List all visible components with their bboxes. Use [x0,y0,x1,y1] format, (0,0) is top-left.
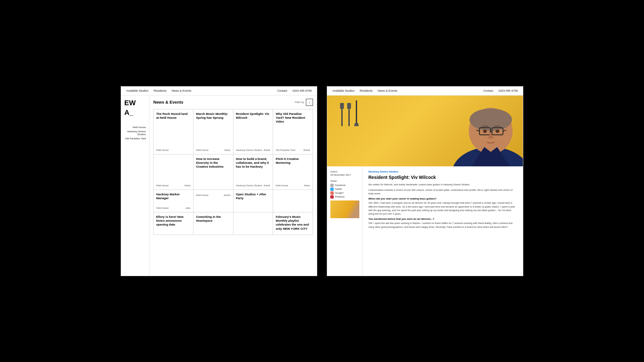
article-thumbnail [330,200,359,218]
svg-point-16 [496,130,499,133]
cell-location: Netil House [156,184,169,187]
grid-cell-1-4[interactable]: Why Old Paradise Yard? New Resident Vide… [273,109,313,154]
right-nav-phone: 0203 095 9758 [498,89,518,92]
svg-rect-1 [340,103,344,109]
cell-title: March Music Monthly: Spring has Sprung [196,112,231,147]
svg-rect-0 [341,107,343,126]
grid-cell-2-4[interactable]: Pitch It Creative Mentoring Netil House … [273,154,313,190]
svg-point-9 [469,108,512,131]
right-nav-news-events[interactable]: News & Events [378,89,397,92]
share-pinterest[interactable]: p Pinterest [330,195,359,199]
grid-cell-3-4[interactable] [273,190,313,212]
article-meta-sidebar: Added 29 November 2017 Share f Facebook … [327,166,363,276]
grid-cell-4-1[interactable]: Ellory is here! New bistro announces ope… [154,212,194,235]
article-text-area: Hackney Downs Studios Resident Spotlight… [363,166,523,276]
cell-type: Article [263,149,270,152]
share-label: Share [330,180,359,182]
cell-location: Netil House [196,149,209,152]
google-plus-icon: g+ [330,191,334,195]
news-grid: The Rock Hound land at Netil House Netil… [153,109,313,235]
portrait-background [327,96,523,166]
hammer-icon-1 [340,100,344,126]
main-content: News & Events Filter by ↓ The Rock Hound… [149,96,317,276]
cell-location: Netil House [156,149,169,152]
tools-decoration [340,100,359,126]
cell-type: News [224,149,231,152]
grid-cell-1-3[interactable]: Resident Spotlight: Viv Wilcock Hackney … [233,109,273,154]
nav-available-studios[interactable]: Available Studios [126,89,148,92]
right-nav-contact[interactable]: Contact [483,89,493,92]
article-para-3: VW: Well, I had been a designer and an a… [368,201,517,216]
grid-cell-4-4[interactable]: February's Music Monthly playlist celebr… [273,212,313,235]
grid-cell-2-3[interactable]: How to build a brand, collaborate, and w… [233,154,273,190]
cell-title: How to build a brand, collaborate, and w… [236,157,270,183]
cell-type: Article [224,194,231,197]
hero-image [327,96,523,166]
sidebar-link-paradise[interactable]: Old Paradise Yard [124,137,146,140]
nav-contact[interactable]: Contact [277,89,287,92]
cell-location: Hackney Downs Studios [236,149,262,152]
right-nav-bar: Available Studios Residents News & Event… [327,87,523,96]
article-subheading-2: You mentioned before that you were an ar… [368,218,517,220]
hammer-icon-2 [347,100,351,126]
share-google-plus[interactable]: g+ Google+ [330,191,359,195]
grid-cell-2-2[interactable]: How to Increase Diversity in the Creativ… [194,154,233,190]
cell-meta: Netil House Article [196,194,231,197]
grid-cell-3-1[interactable]: Hackney Market Manager Netil House Jobs [154,190,194,212]
sidebar-links: Netil House Hackney Downs Studios Old Pa… [124,126,146,140]
grid-cell-1-2[interactable]: March Music Monthly: Spring has Sprung N… [194,109,233,154]
cell-type: Jobs [185,207,191,209]
article-title: Resident Spotlight: Viv Wilcock [368,174,517,180]
cell-location: Netil House [156,207,169,209]
left-sidebar: EW A_ Netil House Hackney Downs Studios … [121,96,149,276]
share-twitter[interactable]: t Twitter [330,188,359,191]
twitter-icon: t [330,188,334,191]
grid-cell-4-3[interactable] [233,212,273,235]
right-nav-right: Contact 0203 095 9758 [483,89,518,92]
svg-rect-4 [356,100,357,123]
left-nav-links: Available Studios Residents News & Event… [126,89,191,92]
added-label: Added 29 November 2017 [330,170,359,176]
left-nav-bar: Available Studios Residents News & Event… [121,87,317,96]
cell-meta: Netil House News [276,184,310,187]
filter-arrow-icon: ↓ [309,100,310,104]
grid-cell-3-3[interactable]: Open Studios + After Party [233,190,273,212]
logo-line2: A_ [124,109,146,116]
cell-title: Ellory is here! New bistro announces ope… [156,215,191,232]
cell-title: How to Increase Diversity in the Creativ… [196,157,231,187]
section-header: News & Events Filter by ↓ [153,99,313,106]
cell-meta: Hackney Downs Studios Article [236,149,270,152]
logo-line1: EW [124,99,146,107]
grid-cell-3-2[interactable]: Netil House Article [194,190,233,212]
article-para-1: We visited Viv Wilcock, who builds handm… [368,183,517,186]
grid-cell-4-2[interactable]: Coworking in the Heartspace [194,212,233,235]
cell-title [156,157,191,183]
article-subheading-1: When did you start your career in making… [368,197,517,200]
grid-cell-2-1[interactable]: Netil House News [154,154,194,190]
sidebar-link-netil[interactable]: Netil House [124,126,146,129]
cell-title: Open Studios + After Party [236,192,270,209]
cell-title: Pitch It Creative Mentoring [276,157,310,183]
nav-residents[interactable]: Residents [154,89,166,92]
nav-news-events[interactable]: News & Events [172,89,191,92]
cell-title: Why Old Paradise Yard? New Resident Vide… [276,112,310,147]
right-nav-residents[interactable]: Residents [360,89,373,92]
cell-location: Netil House [196,194,209,197]
grid-cell-1-1[interactable]: The Rock Hound land at Netil House Netil… [154,109,194,154]
right-nav-available-studios[interactable]: Available Studios [332,89,355,92]
cell-title: Resident Spotlight: Viv Wilcock [236,112,270,147]
cell-meta: Netil House Jobs [156,207,191,209]
sidebar-link-hackney[interactable]: Hackney Downs Studios [124,130,146,136]
share-items: f Facebook t Twitter g+ Google+ p [330,184,359,199]
cell-title: Hackney Market Manager [156,192,191,205]
cell-location: Old Paradise Yard [276,149,295,152]
tool-icon-3 [354,100,359,126]
filter-button[interactable]: ↓ [306,99,313,106]
cell-type: Article [263,184,270,187]
cell-meta: Netil House [156,149,191,152]
article-para-4: VW: I spent the last few years working i… [368,221,517,229]
section-title: News & Events [153,100,183,105]
share-facebook[interactable]: f Facebook [330,184,359,187]
nav-phone: 0203 095 9758 [292,89,312,92]
cell-meta: Netil House News [196,149,231,152]
